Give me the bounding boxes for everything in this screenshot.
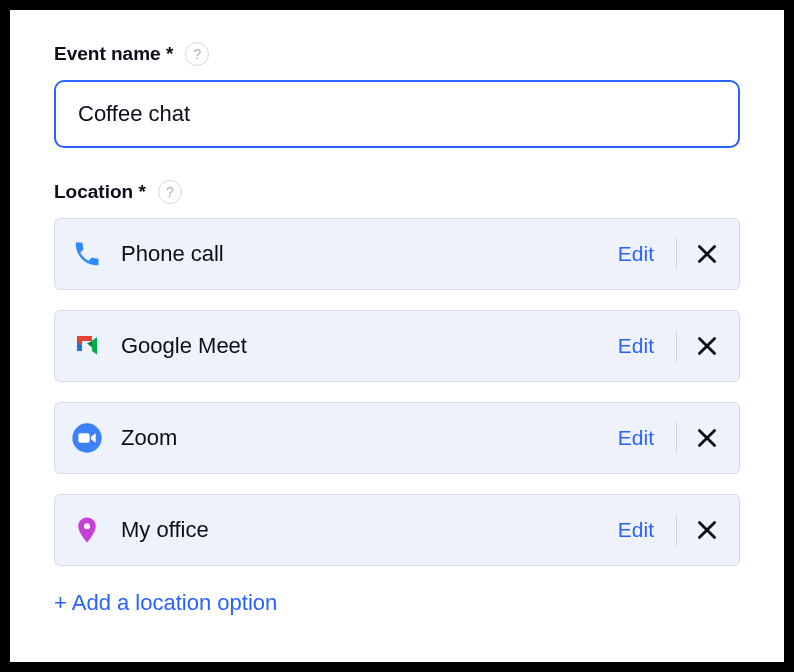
location-row-google-meet: Google Meet Edit	[54, 310, 740, 382]
phone-icon	[71, 238, 103, 270]
location-label-phone: Phone call	[121, 241, 614, 267]
location-label-zoom: Zoom	[121, 425, 614, 451]
location-row-phone: Phone call Edit	[54, 218, 740, 290]
zoom-icon	[71, 422, 103, 454]
help-icon[interactable]: ?	[185, 42, 209, 66]
remove-button[interactable]	[693, 516, 721, 544]
divider	[676, 422, 677, 454]
location-label-google-meet: Google Meet	[121, 333, 614, 359]
event-name-label: Event name * ?	[54, 42, 740, 66]
edit-button[interactable]: Edit	[614, 242, 658, 266]
divider	[676, 514, 677, 546]
add-location-button[interactable]: + Add a location option	[54, 590, 277, 616]
location-label: Location * ?	[54, 180, 740, 204]
remove-button[interactable]	[693, 240, 721, 268]
google-meet-icon	[71, 330, 103, 362]
svg-point-2	[84, 523, 90, 529]
location-label-office: My office	[121, 517, 614, 543]
edit-button[interactable]: Edit	[614, 334, 658, 358]
event-name-input[interactable]	[54, 80, 740, 148]
event-form: Event name * ? Location * ? Phone call E…	[0, 0, 794, 672]
svg-rect-1	[78, 433, 89, 442]
edit-button[interactable]: Edit	[614, 426, 658, 450]
divider	[676, 238, 677, 270]
remove-button[interactable]	[693, 424, 721, 452]
event-name-label-text: Event name *	[54, 43, 173, 65]
location-row-zoom: Zoom Edit	[54, 402, 740, 474]
location-label-text: Location *	[54, 181, 146, 203]
help-icon[interactable]: ?	[158, 180, 182, 204]
location-list: Phone call Edit Google Meet Edit	[54, 218, 740, 566]
remove-button[interactable]	[693, 332, 721, 360]
edit-button[interactable]: Edit	[614, 518, 658, 542]
location-row-office: My office Edit	[54, 494, 740, 566]
map-pin-icon	[71, 514, 103, 546]
divider	[676, 330, 677, 362]
